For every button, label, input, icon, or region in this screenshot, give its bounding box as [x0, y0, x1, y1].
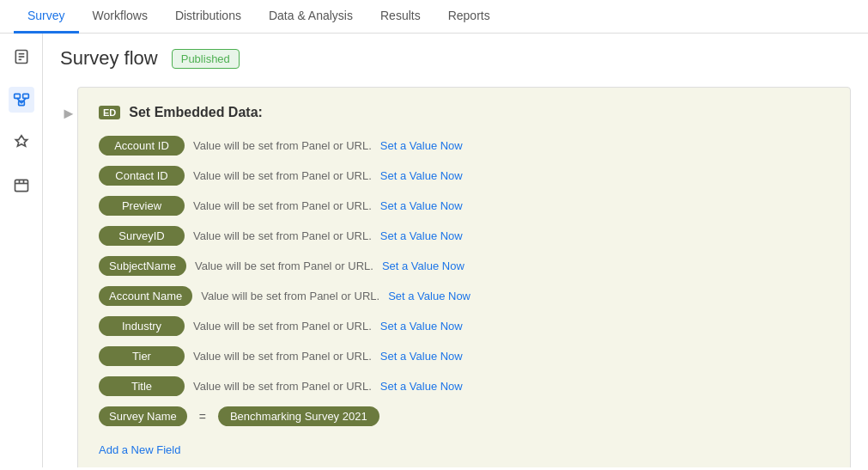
- main-layout: Survey flow Published ► ED Set Embedded …: [0, 34, 868, 467]
- contact-id-desc: Value will be set from Panel or URL.: [193, 169, 372, 182]
- tier-set-value[interactable]: Set a Value Now: [380, 350, 463, 363]
- page-title-row: Survey flow Published: [60, 47, 851, 70]
- account-id-set-value[interactable]: Set a Value Now: [380, 139, 463, 152]
- svg-rect-4: [14, 94, 20, 98]
- field-row-subjectname: SubjectName Value will be set from Panel…: [99, 256, 829, 276]
- subjectname-set-value[interactable]: Set a Value Now: [382, 259, 464, 272]
- nav-item-reports[interactable]: Reports: [434, 0, 504, 34]
- account-id-desc: Value will be set from Panel or URL.: [193, 139, 372, 152]
- nav-item-workflows[interactable]: Workflows: [79, 0, 161, 34]
- flow-arrow-icon: ►: [61, 105, 76, 123]
- svg-rect-5: [22, 94, 28, 98]
- equals-sign: =: [199, 410, 206, 424]
- field-row-surveyid: SurveyID Value will be set from Panel or…: [99, 226, 829, 246]
- field-row-survey-name: Survey Name = Benchmarking Survey 2021: [99, 406, 829, 426]
- top-nav: Survey Workflows Distributions Data & An…: [0, 0, 868, 34]
- contact-id-set-value[interactable]: Set a Value Now: [380, 169, 463, 182]
- account-name-tag: Account Name: [99, 286, 192, 306]
- sidebar-contact-icon[interactable]: [9, 173, 34, 198]
- contact-id-tag: Contact ID: [99, 166, 185, 186]
- tier-desc: Value will be set from Panel or URL.: [193, 350, 372, 363]
- field-row-tier: Tier Value will be set from Panel or URL…: [99, 346, 829, 366]
- field-row-preview: Preview Value will be set from Panel or …: [99, 196, 829, 216]
- nav-item-survey[interactable]: Survey: [14, 0, 79, 34]
- published-badge: Published: [172, 49, 240, 69]
- industry-set-value[interactable]: Set a Value Now: [380, 320, 463, 333]
- field-row-title: Title Value will be set from Panel or UR…: [99, 376, 829, 396]
- survey-name-tag: Survey Name: [99, 406, 187, 426]
- sidebar-paint-icon[interactable]: [9, 130, 34, 156]
- add-new-field-link[interactable]: Add a New Field: [99, 443, 180, 456]
- industry-desc: Value will be set from Panel or URL.: [193, 320, 372, 333]
- surveyid-set-value[interactable]: Set a Value Now: [380, 229, 463, 242]
- surveyid-tag: SurveyID: [99, 226, 185, 246]
- left-sidebar: [0, 34, 43, 467]
- account-name-set-value[interactable]: Set a Value Now: [388, 290, 470, 302]
- flow-card: ► ED Set Embedded Data: Account ID Value…: [77, 87, 851, 467]
- title-tag: Title: [99, 376, 185, 396]
- industry-tag: Industry: [99, 316, 185, 336]
- field-row-industry: Industry Value will be set from Panel or…: [99, 316, 829, 336]
- surveyid-desc: Value will be set from Panel or URL.: [193, 229, 372, 242]
- title-desc: Value will be set from Panel or URL.: [193, 380, 372, 393]
- field-row-contact-id: Contact ID Value will be set from Panel …: [99, 166, 829, 186]
- survey-name-value: Benchmarking Survey 2021: [218, 406, 379, 426]
- tier-tag: Tier: [99, 346, 185, 366]
- sidebar-survey-icon[interactable]: [9, 44, 34, 70]
- sidebar-flow-icon[interactable]: [9, 87, 34, 113]
- preview-tag: Preview: [99, 196, 185, 216]
- preview-set-value[interactable]: Set a Value Now: [380, 199, 463, 212]
- nav-item-data-analysis[interactable]: Data & Analysis: [255, 0, 367, 34]
- ed-badge: ED: [99, 106, 120, 119]
- preview-desc: Value will be set from Panel or URL.: [193, 199, 372, 212]
- subjectname-desc: Value will be set from Panel or URL.: [195, 259, 373, 272]
- embedded-header: ED Set Embedded Data:: [99, 105, 829, 120]
- account-name-desc: Value will be set from Panel or URL.: [201, 290, 379, 302]
- field-row-account-id: Account ID Value will be set from Panel …: [99, 136, 829, 156]
- svg-rect-9: [15, 180, 27, 191]
- title-set-value[interactable]: Set a Value Now: [380, 380, 463, 393]
- account-id-tag: Account ID: [99, 136, 185, 156]
- nav-item-results[interactable]: Results: [367, 0, 434, 34]
- embedded-title: Set Embedded Data:: [129, 105, 263, 120]
- content-area: Survey flow Published ► ED Set Embedded …: [43, 34, 868, 467]
- field-row-account-name: Account Name Value will be set from Pane…: [99, 286, 829, 306]
- page-title: Survey flow: [60, 47, 158, 70]
- nav-item-distributions[interactable]: Distributions: [161, 0, 255, 34]
- subjectname-tag: SubjectName: [99, 256, 186, 276]
